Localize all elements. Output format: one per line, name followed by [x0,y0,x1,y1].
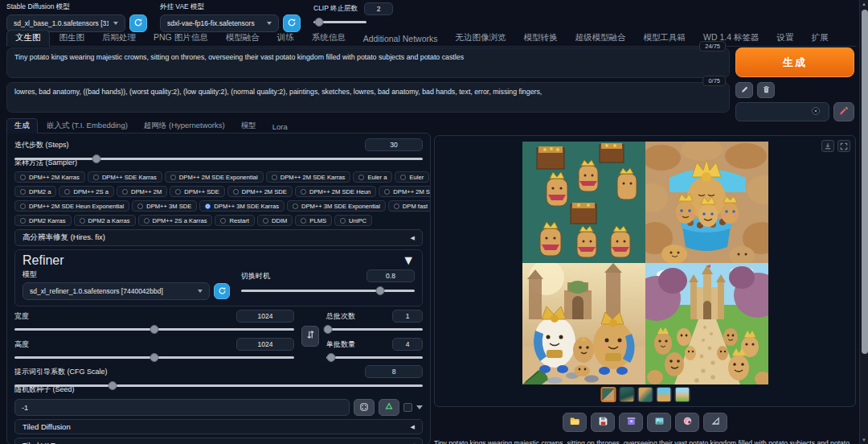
main-tab[interactable]: PNG 图片信息 [145,31,216,46]
sampler-option[interactable]: DPM++ 2S a Karras [138,215,213,226]
swap-dimensions-button[interactable] [301,326,319,347]
sd-model-refresh-button[interactable] [129,14,147,32]
save-image-button[interactable] [591,413,615,432]
sampler-option[interactable]: DPM2 Karras [14,215,72,226]
main-tab[interactable]: 文生图 [6,30,50,47]
main-tab[interactable]: 图生图 [51,31,93,46]
thumbnail[interactable] [619,387,634,402]
sampler-option[interactable]: DPM++ 2M SDE Heun Karras [379,186,431,197]
generated-image-4[interactable] [645,263,768,384]
edit-styles-button[interactable] [833,102,854,121]
open-folder-button[interactable] [563,413,587,432]
main-tab[interactable]: 设置 [768,31,801,46]
sampler-option[interactable]: DPM++ 2M [117,186,167,197]
scrollbar-thumb[interactable] [862,10,868,354]
settings-subtab[interactable]: 嵌入式 (T.I. Embedding) [39,119,135,133]
sampler-option[interactable]: Euler a [353,171,392,183]
send-to-inpaint-button[interactable] [675,413,699,432]
sampler-option[interactable]: UniPC [334,215,372,226]
extension-accordion[interactable]: Tiled Diffusion ◀ [14,419,423,434]
extension-accordion[interactable]: Tiled VAE ◀ [14,438,423,444]
refiner-model-refresh-button[interactable] [214,283,230,299]
generate-button[interactable]: 生成 [735,47,854,77]
main-tab[interactable]: 超级模型融合 [567,31,633,46]
sampler-option[interactable]: DPM++ 3M SDE [132,200,197,212]
generated-image-1[interactable] [522,142,645,263]
sampler-option[interactable]: DPM fast [388,200,431,212]
main-tab[interactable]: 模型工具箱 [635,31,694,46]
main-tab[interactable]: Additional Networks [355,32,446,46]
scroll-down-icon[interactable]: ▼ [862,438,866,442]
seed-input[interactable] [14,399,350,416]
refiner-switch-input[interactable]: 0.8 [366,269,415,282]
scroll-up-icon[interactable]: ▲ [862,2,866,6]
settings-subtab[interactable]: 生成 [6,118,38,134]
sampler-option[interactable]: DPM2 a Karras [74,215,136,226]
reuse-seed-button[interactable] [379,399,399,416]
sampler-option[interactable]: DPM++ 2M SDE Heun Exponential [14,200,129,212]
sampler-option[interactable]: DPM++ 3M SDE Exponential [287,200,386,212]
height-slider[interactable] [14,353,294,362]
height-input[interactable]: 1024 [236,338,294,351]
sampler-option[interactable]: DPM++ 2M SDE Karras [266,171,351,183]
extra-seed-checkbox[interactable] [403,403,412,412]
main-tab[interactable]: 模型融合 [218,31,268,46]
refiner-model-select[interactable]: sd_xl_refiner_1.0.safetensors [7440042bb… [23,282,210,300]
hires-fix-accordion[interactable]: 高分辨率修复 (Hires. fix) ◀ [14,229,423,246]
thumbnail[interactable] [656,387,671,402]
sampler-option[interactable]: DPM++ 2M SDE [227,186,293,197]
sampler-option[interactable]: Euler [395,171,429,183]
vae-refresh-button[interactable] [283,14,301,32]
sampler-option[interactable]: DDIM [257,215,293,226]
main-tab[interactable]: 后期处理 [94,31,144,46]
settings-subtab[interactable]: 超网络 (Hypernetworks) [137,119,232,133]
sampler-option[interactable]: DPM++ 2M SDE Exponential [165,171,264,183]
thumbnail[interactable] [600,387,616,402]
sampler-option[interactable]: DPM++ 2S a [59,186,113,197]
sampler-option[interactable]: Restart [215,215,254,226]
batch-size-input[interactable]: 4 [392,338,423,351]
prompt-input[interactable]: Tiny potato kings wearing majestic crown… [6,47,730,78]
generated-image-2[interactable] [645,142,768,263]
page-scrollbar[interactable]: ▲ ▼ [859,0,868,444]
batch-count-slider[interactable] [326,325,423,334]
save-zip-button[interactable] [619,413,643,432]
vae-select[interactable]: sdxl-vae-fp16-fix.safetensors [160,14,279,32]
refiner-header[interactable]: Refiner ▼ [23,253,415,268]
sampler-option[interactable]: DPM++ SDE Karras [88,171,162,183]
random-seed-button[interactable] [354,399,375,416]
send-to-img2img-button[interactable] [647,413,671,432]
main-tab[interactable]: 模型转换 [515,31,565,46]
clear-styles-icon[interactable] [811,105,821,119]
settings-subtab[interactable]: Lora [265,121,295,133]
sampler-option[interactable]: DPM++ 2M SDE Heun [295,186,376,197]
refiner-switch-slider[interactable] [241,286,415,295]
generated-image-3[interactable] [522,263,645,384]
styles-dropdown[interactable] [735,102,829,121]
sampler-option[interactable]: DPM2 a [14,186,56,197]
cfg-input[interactable]: 8 [365,365,423,378]
download-image-button[interactable] [821,140,834,152]
sampler-option[interactable]: DPM++ 3M SDE Karras [199,200,285,212]
paste-params-button[interactable] [735,82,753,98]
batch-size-slider[interactable] [326,353,423,362]
main-tab[interactable]: 系统信息 [304,31,354,46]
width-input[interactable]: 1024 [236,310,294,323]
sampler-option[interactable]: DPM++ SDE [170,186,224,197]
thumbnail[interactable] [674,387,690,402]
chevron-down-icon[interactable] [416,405,423,409]
clip-skip-slider[interactable] [313,18,366,27]
batch-count-input[interactable]: 1 [392,310,423,323]
main-tab[interactable]: 扩展 [803,31,836,46]
steps-input[interactable]: 30 [365,138,423,151]
fullscreen-button[interactable] [837,140,850,152]
send-to-extras-button[interactable] [703,413,727,432]
width-slider[interactable] [14,325,294,334]
main-tab[interactable]: 训练 [269,31,302,46]
clear-prompt-button[interactable] [757,82,775,98]
negative-prompt-input[interactable]: lowres, bad anatomy, ((bad hands)), (wor… [6,82,730,113]
sampler-option[interactable]: PLMS [295,215,332,226]
thumbnail[interactable] [637,387,653,402]
settings-subtab[interactable]: 模型 [234,119,264,133]
sampler-option[interactable]: DPM++ 2M Karras [14,171,85,183]
